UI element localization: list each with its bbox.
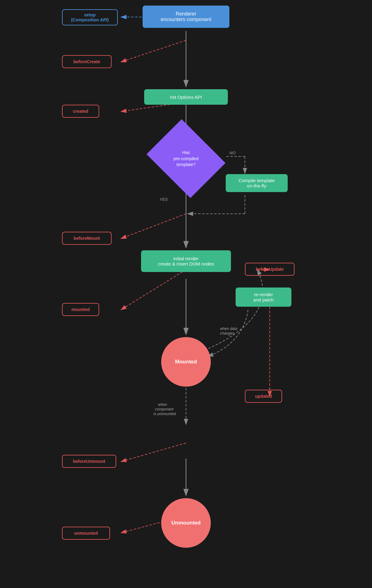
mounted-circle-node: Mounted [161,337,211,387]
has-template-label: Has pre-compiled template? [174,150,199,168]
beforeupdate-label: beforeUpdate [256,267,284,272]
created-label: created [73,109,88,114]
setup-node: setup (Composition API) [62,9,118,25]
beforeupdate-node: beforeUpdate [245,263,294,276]
unmounted-circle-node: Unmounted [161,498,211,548]
svg-line-6 [121,40,186,62]
beforecreate-node: beforeCreate [62,55,112,68]
rerender-node: re-render and patch [236,287,291,307]
renderer-label: Renderer encounters component [161,11,211,22]
mounted-hook-node: mounted [62,303,99,316]
svg-text:when: when [158,402,167,407]
unmounted-hook-label: unmounted [74,531,98,536]
svg-line-21 [121,443,186,462]
svg-text:when data: when data [220,327,237,331]
renderer-node: Renderer encounters component [143,6,229,28]
updated-label: updated [255,394,272,399]
setup-label: setup (Composition API) [71,12,109,22]
svg-text:is unmounted: is unmounted [153,412,176,416]
rerender-label: re-render and patch [253,292,274,302]
unmounted-hook-node: unmounted [62,527,110,540]
initial-render-label: initial render create & insert DOM nodes [158,256,214,266]
created-node: created [62,105,99,118]
has-template-node: Has pre-compiled template? [147,119,226,198]
init-options-label: Init Options API [170,94,202,100]
svg-line-23 [121,520,167,533]
compile-template-node: Compile template on-the-fly [226,174,288,192]
beforemount-node: beforeMount [62,232,112,245]
compile-template-label: Compile template on-the-fly [239,178,275,188]
beforecreate-label: beforeCreate [73,59,100,64]
svg-line-14 [121,214,186,239]
mounted-hook-label: mounted [71,307,90,312]
svg-text:NO: NO [229,151,236,155]
svg-text:YES: YES [160,197,168,202]
beforeunmount-node: beforeUnmount [62,455,116,468]
svg-text:changes: changes [220,331,234,336]
svg-text:component: component [155,407,174,411]
beforemount-label: beforeMount [74,236,100,241]
beforeunmount-label: beforeUnmount [73,459,105,464]
updated-node: updated [245,390,282,403]
init-options-node: Init Options API [144,89,228,105]
unmounted-circle-label: Unmounted [171,520,201,526]
svg-line-16 [121,270,186,310]
initial-render-node: initial render create & insert DOM nodes [141,250,231,272]
mounted-circle-label: Mounted [175,359,197,365]
